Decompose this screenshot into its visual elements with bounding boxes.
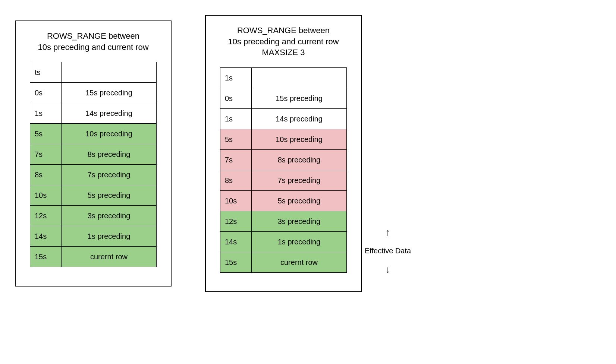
ts-cell: 0s [30,83,62,103]
table-row: 1s14s preceding [30,103,157,124]
desc-cell: 15s preceding [252,88,347,109]
desc-cell: 7s preceding [62,165,157,185]
right-panel: ROWS_RANGE between 10s preceding and cur… [205,15,362,292]
desc-cell: 3s preceding [252,211,347,232]
desc-cell: 3s preceding [62,206,157,226]
desc-cell: 14s preceding [252,109,347,129]
ts-cell: 1s [220,68,252,88]
ts-cell: 1s [30,103,62,124]
table-row: 10s5s preceding [30,185,157,206]
left-panel-title: ROWS_RANGE between 10s preceding and cur… [38,31,148,53]
desc-cell: curernt row [62,247,157,267]
table-row: 14s1s preceding [30,226,157,247]
desc-cell: 14s preceding [62,103,157,124]
ts-cell: 14s [30,226,62,247]
ts-cell: 7s [30,144,62,165]
ts-cell: 15s [220,252,252,273]
table-row: 5s10s preceding [30,124,157,144]
table-row: 7s8s preceding [30,144,157,165]
table-row: 8s7s preceding [220,170,347,191]
left-panel: ROWS_RANGE between 10s preceding and cur… [15,20,172,287]
desc-cell [62,62,157,83]
left-table-body: ts0s15s preceding1s14s preceding5s10s pr… [30,62,157,267]
table-row: 10s5s preceding [220,191,347,211]
table-row: 15scurernt row [30,247,157,267]
ts-cell: 10s [30,185,62,206]
right-panel-wrap: ROWS_RANGE between 10s preceding and cur… [205,15,411,292]
desc-cell: 8s preceding [252,150,347,170]
desc-cell: 15s preceding [62,83,157,103]
table-row: 0s15s preceding [220,88,347,109]
effective-data-annotation: ↑ Effective Data ↓ [365,228,411,273]
table-row: 7s8s preceding [220,150,347,170]
table-row: 5s10s preceding [220,129,347,150]
ts-cell: 12s [30,206,62,226]
desc-cell: 1s preceding [62,226,157,247]
ts-cell: 15s [30,247,62,267]
arrow-up-icon: ↑ [386,228,390,236]
right-table-body: 1s0s15s preceding1s14s preceding5s10s pr… [220,68,347,273]
ts-cell: 7s [220,150,252,170]
table-row: 14s1s preceding [220,232,347,252]
annotation-label: Effective Data [365,247,411,255]
desc-cell: 8s preceding [62,144,157,165]
desc-cell: 1s preceding [252,232,347,252]
ts-cell: 5s [30,124,62,144]
table-row: 0s15s preceding [30,83,157,103]
arrow-down-icon: ↓ [386,266,390,273]
table-row: 8s7s preceding [30,165,157,185]
table-row: 15scurernt row [220,252,347,273]
ts-cell: 12s [220,211,252,232]
desc-cell: 10s preceding [62,124,157,144]
ts-cell: 10s [220,191,252,211]
ts-cell: 8s [30,165,62,185]
desc-cell [252,68,347,88]
ts-cell: 8s [220,170,252,191]
desc-cell: 7s preceding [252,170,347,191]
desc-cell: 5s preceding [252,191,347,211]
table-row: 1s [220,68,347,88]
ts-cell: 0s [220,88,252,109]
ts-cell: 14s [220,232,252,252]
right-table: 1s0s15s preceding1s14s preceding5s10s pr… [220,67,347,273]
table-row: 1s14s preceding [220,109,347,129]
table-row: 12s3s preceding [30,206,157,226]
desc-cell: 10s preceding [252,129,347,150]
left-panel-wrap: ROWS_RANGE between 10s preceding and cur… [15,15,172,292]
ts-cell: ts [30,62,62,83]
desc-cell: curernt row [252,252,347,273]
ts-cell: 5s [220,129,252,150]
table-row: 12s3s preceding [220,211,347,232]
ts-cell: 1s [220,109,252,129]
left-table: ts0s15s preceding1s14s preceding5s10s pr… [30,62,157,267]
desc-cell: 5s preceding [62,185,157,206]
right-panel-title: ROWS_RANGE between 10s preceding and cur… [228,25,339,58]
table-row: ts [30,62,157,83]
